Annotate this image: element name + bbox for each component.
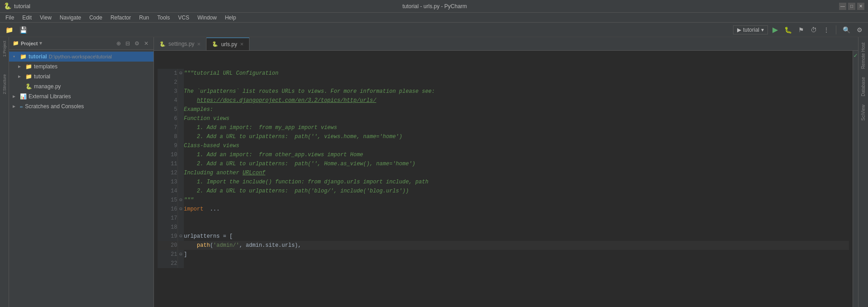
code-line-content-3: The `urlpatterns` list routes URLs to vi… bbox=[184, 87, 849, 96]
project-root-label: tutorial bbox=[29, 53, 47, 60]
fold-marker-1[interactable]: ⊖ bbox=[177, 69, 184, 78]
templates-label: templates bbox=[34, 63, 58, 70]
window-controls: — □ ✕ bbox=[839, 3, 864, 10]
code-line-14: 14 2. Add a URL to urlpatterns: path('bl… bbox=[158, 187, 849, 196]
editor-tabs: 🐍 settings.py ✕ 🐍 urls.py ✕ bbox=[154, 37, 858, 51]
code-line-9: 9 Class-based views bbox=[158, 141, 849, 150]
tree-item-tutorial-subfolder[interactable]: ▶ 📁 tutorial bbox=[9, 72, 153, 82]
menu-navigate[interactable]: Navigate bbox=[56, 14, 85, 22]
close-settings-py[interactable]: ✕ bbox=[197, 42, 201, 47]
line-number-3: 3 bbox=[158, 87, 177, 96]
menu-window[interactable]: Window bbox=[194, 14, 221, 22]
database-tab[interactable]: Database bbox=[860, 73, 867, 100]
remote-host-tab[interactable]: Remote Host bbox=[860, 39, 867, 72]
project-panel-title: Project bbox=[21, 41, 38, 46]
code-line-22: 22 bbox=[158, 259, 849, 268]
hide-panel-button[interactable]: ✕ bbox=[143, 40, 150, 47]
code-content[interactable]: 1 ⊖ """tutorial URL Configuration 2 3 bbox=[154, 51, 853, 307]
line-number-12: 12 bbox=[158, 168, 177, 177]
close-urls-py[interactable]: ✕ bbox=[240, 42, 244, 47]
project-tab-icon[interactable]: 1:Project bbox=[2, 39, 7, 59]
line-number-7: 7 bbox=[158, 123, 177, 132]
toolbar-separator bbox=[836, 25, 836, 34]
main-layout: 1:Project 2:Structure 📁 Project ▾ ⊕ ⊟ ⚙ … bbox=[0, 37, 868, 307]
run-config-name: tutorial bbox=[743, 27, 759, 33]
coverage-button[interactable]: ⚑ bbox=[796, 25, 806, 34]
code-editor[interactable]: 1 ⊖ """tutorial URL Configuration 2 3 bbox=[154, 51, 858, 307]
tab-settings-py[interactable]: 🐍 settings.py ✕ bbox=[154, 38, 206, 50]
fold-marker-16[interactable]: ⊖ bbox=[177, 205, 184, 214]
toolbar-save-button[interactable]: 💾 bbox=[18, 25, 29, 34]
run-config-selector[interactable]: ▶ tutorial ▾ bbox=[733, 25, 768, 34]
locate-file-button[interactable]: ⊕ bbox=[115, 40, 122, 47]
collapse-all-button[interactable]: ⊟ bbox=[124, 40, 131, 47]
tree-item-root[interactable]: ▾ 📁 tutorial D:\python-workspace\tutoria… bbox=[9, 52, 153, 62]
fold-marker-19[interactable]: ⊖ bbox=[177, 232, 184, 241]
tree-item-ext-libraries[interactable]: ▶ 📊 External Libraries bbox=[9, 91, 153, 101]
line-number-14: 14 bbox=[158, 187, 177, 196]
minimize-button[interactable]: — bbox=[839, 3, 846, 10]
run-button[interactable]: ▶ bbox=[771, 24, 780, 35]
menu-run[interactable]: Run bbox=[135, 14, 153, 22]
tutorial-folder-icon: 📁 bbox=[25, 73, 32, 80]
menu-file[interactable]: File bbox=[2, 14, 18, 22]
tree-item-manage-py[interactable]: 🐍 manage.py bbox=[9, 82, 153, 91]
settings-button[interactable]: ⚙ bbox=[855, 25, 864, 34]
code-line-2: 2 bbox=[158, 78, 849, 87]
line-number-11: 11 bbox=[158, 159, 177, 168]
search-everywhere-button[interactable]: 🔍 bbox=[841, 25, 852, 34]
menu-view[interactable]: View bbox=[36, 14, 55, 22]
manage-py-icon: 🐍 bbox=[25, 83, 32, 90]
code-line-15: 15 ⊖ """ bbox=[158, 196, 849, 205]
run-config-dropdown-icon: ▾ bbox=[761, 27, 764, 33]
structure-tab-icon[interactable]: 2:Structure bbox=[2, 72, 7, 96]
menu-tools[interactable]: Tools bbox=[153, 14, 173, 22]
line-number-4: 4 bbox=[158, 96, 177, 105]
line-number-10: 10 bbox=[158, 150, 177, 159]
tutorial-subfolder-label: tutorial bbox=[34, 73, 50, 80]
folder-icon: 📁 bbox=[13, 40, 19, 46]
code-line-content-11: 2. Add a URL to urlpatterns: path('', Ho… bbox=[184, 159, 849, 168]
code-line-6: 6 Function views bbox=[158, 114, 849, 123]
templates-folder-icon: 📁 bbox=[25, 63, 32, 70]
fold-marker-15[interactable]: ⊖ bbox=[177, 196, 184, 205]
editor-area: 🐍 settings.py ✕ 🐍 urls.py ✕ 1 ⊖ """tuto bbox=[154, 37, 858, 307]
toolbar-left: 📁 💾 bbox=[4, 25, 29, 34]
line-number-22: 22 bbox=[158, 259, 177, 268]
sciview-tab[interactable]: SciView bbox=[860, 101, 867, 124]
ext-libraries-icon: 📊 bbox=[20, 93, 27, 100]
menu-edit[interactable]: Edit bbox=[19, 14, 35, 22]
menu-refactor[interactable]: Refactor bbox=[107, 14, 134, 22]
expand-arrow-tutorial: ▶ bbox=[18, 74, 24, 79]
line-number-6: 6 bbox=[158, 114, 177, 123]
editor-scrollbar[interactable]: ✓ bbox=[853, 51, 858, 307]
code-line-content-10: 1. Add an import: from other_app.views i… bbox=[184, 150, 849, 159]
code-line-7: 7 1. Add an import: from my_app import v… bbox=[158, 123, 849, 132]
sidebar-header-icons: ⊕ ⊟ ⚙ ✕ bbox=[115, 40, 150, 47]
code-line-content-7: 1. Add an import: from my_app import vie… bbox=[184, 123, 849, 132]
close-button[interactable]: ✕ bbox=[857, 3, 864, 10]
menu-vcs[interactable]: VCS bbox=[174, 14, 193, 22]
tab-urls-py[interactable]: 🐍 urls.py ✕ bbox=[206, 38, 249, 50]
maximize-button[interactable]: □ bbox=[848, 3, 855, 10]
more-run-button[interactable]: ⋮ bbox=[821, 25, 831, 34]
toolbar-open-button[interactable]: 📁 bbox=[4, 25, 15, 34]
menu-code[interactable]: Code bbox=[86, 14, 106, 22]
fold-marker-21[interactable]: ⊖ bbox=[177, 250, 184, 259]
menu-help[interactable]: Help bbox=[221, 14, 240, 22]
debug-button[interactable]: 🐛 bbox=[782, 25, 794, 34]
profile-button[interactable]: ⏱ bbox=[809, 25, 819, 34]
tree-item-templates[interactable]: ▶ 📁 templates bbox=[9, 62, 153, 72]
settings-gear-button[interactable]: ⚙ bbox=[133, 40, 141, 47]
project-name: tutorial bbox=[14, 3, 30, 10]
app-icon: 🐍 bbox=[4, 2, 11, 10]
code-line-content-13: 1. Import the include() function: from d… bbox=[184, 177, 849, 187]
code-line-20: 20 path('admin/', admin.site.urls), bbox=[158, 241, 849, 250]
titlebar-title: tutorial - urls.py - PyCharm bbox=[403, 3, 467, 10]
code-line-content-4: https://docs.djangoproject.com/en/3.2/to… bbox=[184, 96, 849, 105]
scratches-icon: ✏ bbox=[20, 103, 23, 110]
code-table: 1 ⊖ """tutorial URL Configuration 2 3 bbox=[158, 69, 849, 268]
urls-py-label: urls.py bbox=[221, 41, 237, 48]
tree-item-scratches[interactable]: ▶ ✏ Scratches and Consoles bbox=[9, 101, 153, 111]
titlebar: 🐍 tutorial tutorial - urls.py - PyCharm … bbox=[0, 0, 868, 13]
